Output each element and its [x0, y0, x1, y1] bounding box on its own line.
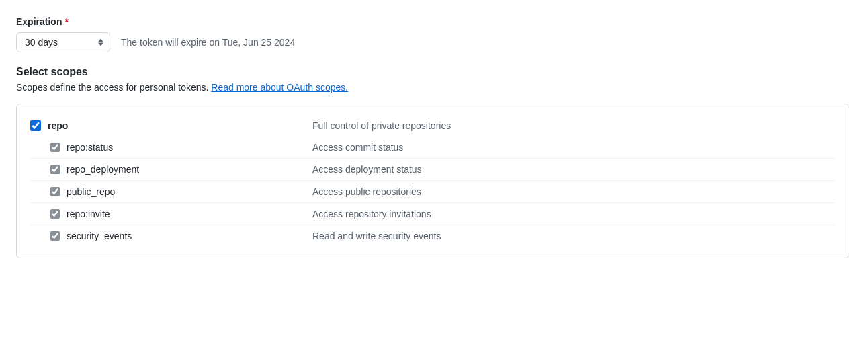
checkbox-repo-deployment[interactable] [50, 165, 60, 174]
scope-desc-public-repo: Access public repositories [312, 186, 835, 197]
scope-left-public-repo: public_repo [30, 186, 312, 197]
expiration-select-wrapper: 7 days 30 days 60 days 90 days No expira… [16, 32, 110, 52]
scopes-description: Scopes define the access for personal to… [16, 82, 852, 93]
scope-name-security-events[interactable]: security_events [67, 231, 132, 241]
scope-left-repo: repo [30, 120, 312, 131]
checkbox-repo-invite[interactable] [50, 209, 60, 219]
scope-row-security-events: security_events Read and write security … [30, 225, 835, 247]
required-star: * [64, 16, 68, 27]
scope-desc-repo-status: Access commit status [312, 142, 835, 153]
scope-name-repo-deployment[interactable]: repo_deployment [67, 164, 139, 175]
scope-row-repo-status: repo:status Access commit status [30, 137, 835, 159]
scope-left-repo-invite: repo:invite [30, 208, 312, 219]
scope-desc-repo-invite: Access repository invitations [312, 208, 835, 219]
scope-left-repo-status: repo:status [30, 142, 312, 153]
scopes-title: Select scopes [16, 66, 852, 78]
scope-name-repo-status[interactable]: repo:status [67, 142, 113, 153]
scopes-description-text: Scopes define the access for personal to… [16, 82, 208, 93]
checkbox-security-events[interactable] [50, 231, 60, 241]
scope-row-repo-deployment: repo_deployment Access deployment status [30, 159, 835, 181]
scope-desc-repo-deployment: Access deployment status [312, 164, 835, 175]
scope-name-public-repo[interactable]: public_repo [67, 186, 115, 197]
expiration-section: Expiration * 7 days 30 days 60 days 90 d… [16, 16, 852, 52]
scope-name-repo[interactable]: repo [48, 120, 68, 131]
scope-row-public-repo: public_repo Access public repositories [30, 181, 835, 203]
scope-name-repo-invite[interactable]: repo:invite [67, 208, 110, 219]
scopes-section: Select scopes Scopes define the access f… [16, 66, 852, 258]
expiration-select[interactable]: 7 days 30 days 60 days 90 days No expira… [16, 32, 110, 52]
scope-row-repo: repo Full control of private repositorie… [30, 115, 835, 137]
expiration-label: Expiration * [16, 16, 852, 27]
scope-left-security-events: security_events [30, 231, 312, 241]
scope-desc-security-events: Read and write security events [312, 231, 835, 241]
scope-row-repo-invite: repo:invite Access repository invitation… [30, 203, 835, 225]
scope-left-repo-deployment: repo_deployment [30, 164, 312, 175]
expiration-label-text: Expiration [16, 16, 62, 27]
scopes-box: repo Full control of private repositorie… [16, 104, 849, 258]
expiration-row: 7 days 30 days 60 days 90 days No expira… [16, 32, 852, 52]
checkbox-repo-status[interactable] [50, 143, 60, 152]
oauth-scopes-link[interactable]: Read more about OAuth scopes. [211, 82, 348, 93]
checkbox-repo[interactable] [30, 120, 41, 131]
scope-desc-repo: Full control of private repositories [312, 120, 835, 131]
expiration-hint: The token will expire on Tue, Jun 25 202… [121, 37, 295, 48]
checkbox-public-repo[interactable] [50, 187, 60, 196]
